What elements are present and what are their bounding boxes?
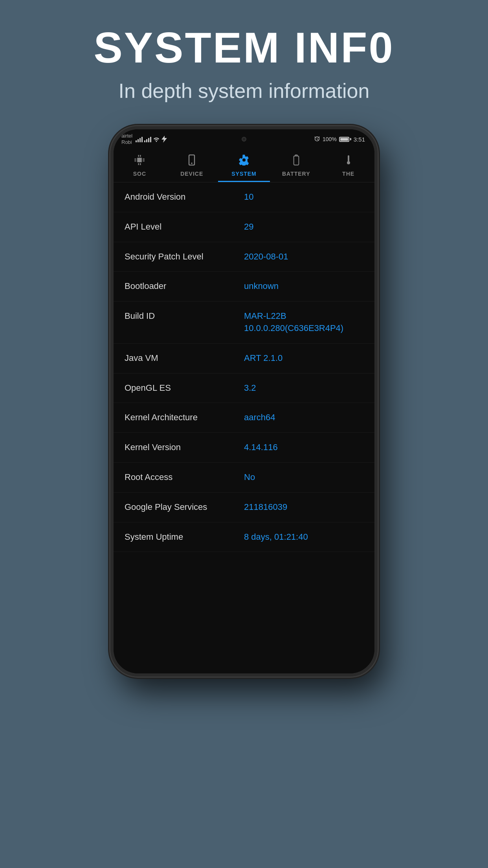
- info-label: Kernel Version: [125, 441, 244, 454]
- svg-rect-1: [138, 155, 139, 157]
- tab-device[interactable]: DEVICE: [166, 149, 218, 182]
- svg-rect-7: [143, 159, 145, 160]
- tab-thermal[interactable]: THE: [322, 149, 374, 182]
- tab-soc[interactable]: SOC: [114, 149, 166, 182]
- phone-screen: airtel Robi: [114, 129, 374, 673]
- tab-battery[interactable]: BATTERY: [270, 149, 322, 182]
- info-label: API Level: [125, 221, 244, 233]
- info-row: Android Version10: [114, 182, 374, 212]
- info-value: aarch64: [244, 412, 363, 424]
- alarm-icon: [314, 136, 320, 142]
- info-row: Kernel Version4.14.116: [114, 433, 374, 463]
- info-value: 10: [244, 191, 363, 203]
- info-label: Kernel Architecture: [125, 412, 244, 424]
- tab-system[interactable]: SYSTEM: [218, 149, 270, 182]
- camera-notch: [224, 133, 264, 145]
- wifi-icon: [153, 136, 160, 142]
- status-time: 3:51: [354, 136, 365, 143]
- info-row: System Uptime8 days, 01:21:40: [114, 522, 374, 552]
- info-row: Build IDMAR-L22B 10.0.0.280(C636E3R4P4): [114, 302, 374, 344]
- battery-icon: [339, 137, 351, 142]
- phone-mockup: airtel Robi: [0, 126, 488, 677]
- info-value: 3.2: [244, 382, 363, 394]
- info-label: Google Play Services: [125, 501, 244, 513]
- tab-device-label: DEVICE: [180, 171, 203, 177]
- nav-tabs: SOC DEVICE: [114, 149, 374, 182]
- info-value: unknown: [244, 280, 363, 292]
- svg-rect-5: [135, 159, 137, 160]
- info-value: 29: [244, 221, 363, 233]
- carrier-name2: Robi: [121, 139, 132, 145]
- page-title: SYSTEM INF0: [16, 24, 472, 71]
- info-label: OpenGL ES: [125, 382, 244, 394]
- info-label: Root Access: [125, 471, 244, 484]
- svg-rect-0: [138, 158, 142, 162]
- info-value: ART 2.1.0: [244, 352, 363, 364]
- signal-icon-2: [144, 136, 151, 142]
- camera-dot: [242, 137, 246, 142]
- svg-rect-12: [348, 155, 349, 162]
- carrier-name: airtel: [121, 133, 132, 139]
- svg-rect-3: [138, 163, 139, 165]
- bolt-icon: [161, 136, 167, 143]
- info-label: Java VM: [125, 352, 244, 364]
- info-row: Bootloaderunknown: [114, 272, 374, 302]
- gear-icon: [238, 154, 250, 168]
- thermal-icon: [344, 154, 353, 168]
- info-value: 2020-08-01: [244, 251, 363, 263]
- tab-soc-label: SOC: [133, 171, 146, 177]
- status-right: 100% 3:51: [314, 136, 365, 143]
- info-value: 8 days, 01:21:40: [244, 531, 363, 543]
- info-label: Security Patch Level: [125, 251, 244, 263]
- chip-icon: [134, 154, 145, 168]
- tab-thermal-label: THE: [342, 171, 354, 177]
- system-info-list: Android Version10API Level29Security Pat…: [114, 182, 374, 673]
- info-row: Root AccessNo: [114, 463, 374, 493]
- status-bar: airtel Robi: [114, 129, 374, 149]
- svg-rect-4: [140, 163, 141, 165]
- info-row: OpenGL ES3.2: [114, 373, 374, 403]
- svg-rect-8: [143, 160, 145, 161]
- device-icon: [187, 154, 196, 168]
- page-header: SYSTEM INF0 In depth system information: [0, 0, 488, 114]
- svg-rect-11: [294, 156, 299, 165]
- info-label: Bootloader: [125, 280, 244, 292]
- info-row: Security Patch Level2020-08-01: [114, 242, 374, 272]
- status-left: airtel Robi: [121, 133, 167, 145]
- svg-rect-2: [140, 155, 141, 157]
- svg-point-10: [191, 162, 193, 164]
- tab-system-label: SYSTEM: [231, 171, 257, 177]
- info-row: API Level29: [114, 212, 374, 242]
- info-label: System Uptime: [125, 531, 244, 543]
- tab-battery-label: BATTERY: [282, 171, 310, 177]
- info-value: 211816039: [244, 501, 363, 513]
- info-row: Java VMART 2.1.0: [114, 344, 374, 373]
- info-label: Android Version: [125, 191, 244, 203]
- info-row: Google Play Services211816039: [114, 493, 374, 522]
- battery-tab-icon: [292, 154, 301, 168]
- battery-percent: 100%: [323, 136, 337, 142]
- svg-rect-6: [135, 160, 137, 161]
- info-value: No: [244, 471, 363, 484]
- phone-frame: airtel Robi: [110, 126, 378, 677]
- page-subtitle: In depth system information: [16, 79, 472, 103]
- info-value: 4.14.116: [244, 441, 363, 454]
- signal-icon: [136, 136, 143, 142]
- svg-point-13: [347, 161, 350, 164]
- info-value: MAR-L22B 10.0.0.280(C636E3R4P4): [244, 310, 363, 335]
- info-row: Kernel Architectureaarch64: [114, 403, 374, 433]
- info-label: Build ID: [125, 310, 244, 322]
